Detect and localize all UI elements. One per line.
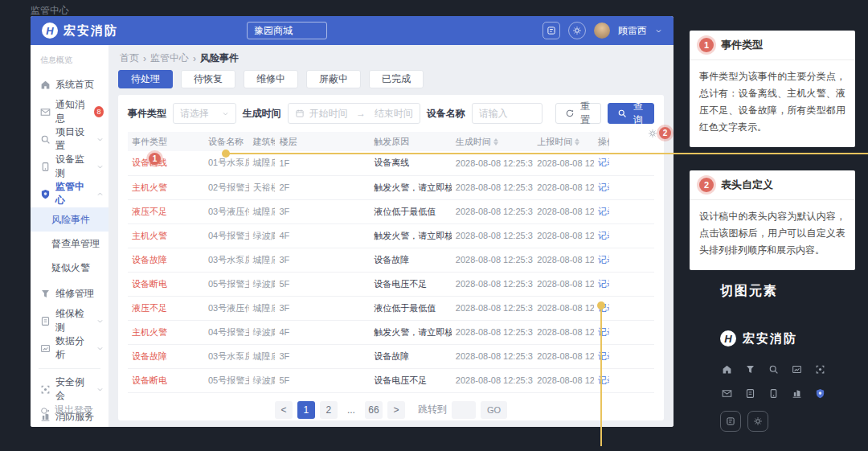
table-row[interactable]: 设备故障 03号水泵房传感器 城隍庙 3F 设备故障 2028-08-08 12…	[128, 248, 654, 272]
page-button[interactable]: 2	[320, 401, 338, 419]
breadcrumb-item[interactable]: 首页	[120, 51, 139, 65]
table-row[interactable]: 主机火警 04号报警主机 绿波廊 4F 触发火警，请立即核实... 2028-0…	[128, 320, 654, 344]
sidebar-item[interactable]: 疑似火警	[31, 256, 108, 280]
status-tab[interactable]: 维修中	[244, 70, 298, 88]
project-select[interactable]: 豫园商城	[247, 22, 327, 39]
record-link[interactable]: 记录	[598, 231, 610, 240]
table-row[interactable]: 液压不足 03号液压传感器 城隍庙 3F 液位低于最低值 2028-08-08 …	[128, 199, 654, 223]
search-button[interactable]: 查询	[608, 103, 654, 124]
column-header[interactable]: 生成时间	[452, 132, 534, 151]
record-link[interactable]: 记录	[598, 279, 610, 289]
breadcrumb-item[interactable]: 监管中心	[150, 51, 189, 65]
sidebar-item[interactable]: 通知消息 8	[31, 98, 108, 125]
project-settings-icon	[40, 134, 51, 145]
floor-cell: 5F	[275, 368, 370, 392]
column-header[interactable]: 设备名称	[204, 132, 249, 151]
page-button[interactable]: >	[387, 401, 405, 419]
refresh-icon	[565, 109, 575, 118]
sidebar: 信息概览 系统首页 通知消息 8	[31, 45, 108, 427]
device-name-input[interactable]: 请输入	[472, 103, 542, 124]
device-cell: 05号报警主机	[204, 272, 249, 296]
journal-button[interactable]	[542, 22, 560, 39]
logout-button[interactable]: 退出登录	[40, 404, 93, 417]
record-link[interactable]: 记录	[598, 182, 610, 192]
sidebar-item[interactable]: 风险事件	[31, 207, 108, 232]
sidebar-item[interactable]: 督查单管理	[31, 232, 108, 256]
table-row[interactable]: 设备断电 05号报警主机 绿波廊 5F 设备电压不足 2028-08-08 12…	[128, 272, 654, 296]
page-button[interactable]: ...	[342, 401, 360, 419]
column-header[interactable]: 操作	[594, 132, 610, 151]
sidebar-item-label: 维修管理	[55, 287, 94, 301]
building-cell: 城隍庙	[249, 344, 276, 368]
event-type-cell: 设备故障	[128, 344, 204, 368]
column-header[interactable]: 建筑物名称	[249, 132, 276, 151]
page-button[interactable]: 66	[365, 401, 383, 419]
reason-cell: 液位低于最低值	[370, 296, 452, 320]
record-link[interactable]: 记录	[598, 351, 610, 361]
sidebar-item-label: 风险事件	[51, 213, 90, 227]
event-type-cell: 设备故障	[128, 248, 204, 272]
table-settings-gear-icon[interactable]	[648, 129, 657, 138]
sort-icon[interactable]	[575, 138, 579, 146]
table-row[interactable]: 设备故障 03号水泵房传感器 城隍庙 3F 设备故障 2028-08-08 12…	[128, 344, 654, 368]
column-header[interactable]: 上报时间	[533, 132, 593, 151]
status-tab[interactable]: 已完成	[369, 70, 424, 88]
status-tab[interactable]: 屏蔽中	[306, 70, 361, 88]
assets-brand-name: 宏安消防	[743, 331, 797, 346]
table-row[interactable]: 液压不足 03号液压传感器 城隍庙 3F 液位低于最低值 2028-08-08 …	[128, 296, 654, 320]
input-placeholder: 请输入	[479, 107, 508, 121]
start-time-placeholder: 开始时间	[309, 107, 348, 121]
settings-button[interactable]	[568, 22, 586, 39]
range-arrow: →	[353, 108, 370, 119]
column-header[interactable]: 事件类型	[128, 132, 204, 151]
column-header[interactable]: 楼层	[275, 132, 370, 151]
record-link[interactable]: 记录	[598, 207, 610, 216]
sidebar-item[interactable]: 维保检测	[31, 307, 108, 334]
record-link[interactable]: 记录	[598, 158, 610, 167]
status-tab[interactable]: 待处理	[118, 70, 173, 88]
record-link[interactable]: 记录	[598, 327, 610, 337]
building-cell: 城隍庙	[249, 248, 276, 272]
go-button[interactable]: GO	[481, 401, 507, 419]
sort-icon[interactable]	[493, 138, 498, 146]
annotation-marker-1: 1	[149, 153, 161, 165]
sidebar-item[interactable]: 项目设置	[31, 125, 108, 153]
device-cell: 05号报警主机	[204, 368, 249, 392]
record-link[interactable]: 记录	[598, 375, 610, 385]
shield-icon	[813, 387, 826, 400]
breadcrumb-item[interactable]: 风险事件	[200, 51, 239, 65]
sidebar-item[interactable]: 设备监测	[31, 153, 108, 180]
home-icon	[40, 80, 51, 90]
reset-button[interactable]: 重置	[555, 103, 602, 124]
reason-cell: 设备故障	[370, 344, 452, 368]
table-row[interactable]: 设备离线 01号水泵房传感器 城隍庙 1F 设备离线 2028-08-08 12…	[128, 151, 654, 175]
sidebar-item-label: 通知消息	[55, 98, 89, 125]
created-cell: 2028-08-08 12:25:36	[452, 223, 534, 248]
sidebar-item-label: 维保检测	[55, 307, 92, 334]
sidebar-item[interactable]: 数据分析	[31, 334, 108, 362]
sidebar-item[interactable]: 监管中心	[31, 180, 108, 207]
sidebar-item[interactable]: 维修管理	[31, 280, 108, 307]
page-button[interactable]: <	[275, 401, 293, 419]
user-name[interactable]: 顾雷西	[618, 24, 647, 38]
table-row[interactable]: 主机火警 04号报警主机 绿波廊 4F 触发火警，请立即核实... 2028-0…	[128, 223, 654, 248]
logo-h-icon: H	[720, 330, 736, 346]
panel-title: 事件类型	[721, 38, 763, 52]
avatar[interactable]	[594, 23, 610, 39]
sidebar-item[interactable]: 安全例会	[31, 375, 108, 403]
reason-cell: 设备离线	[370, 151, 452, 175]
record-link[interactable]: 记录	[598, 255, 610, 264]
page-button[interactable]: 1	[297, 401, 315, 419]
event-type-cell: 设备离线	[128, 151, 204, 175]
created-cell: 2028-08-08 12:25:36	[452, 320, 534, 344]
sidebar-item[interactable]: 系统首页	[31, 71, 108, 98]
table-row[interactable]: 主机火警 02号报警主机 天裕楼 2F 触发火警，请立即核实... 2028-0…	[128, 175, 654, 199]
status-tab[interactable]: 待恢复	[181, 70, 235, 88]
chevron-down-icon[interactable]	[655, 27, 662, 35]
table-row[interactable]: 设备断电 05号报警主机 绿波廊 5F 设备电压不足 2028-08-08 12…	[128, 368, 654, 392]
event-type-select[interactable]: 请选择	[173, 103, 236, 124]
column-header[interactable]: 触发原因	[370, 132, 452, 151]
brand-name: 宏安消防	[63, 23, 118, 39]
date-range-picker[interactable]: 开始时间 → 结束时间	[288, 103, 420, 124]
jump-page-input[interactable]	[452, 401, 476, 419]
